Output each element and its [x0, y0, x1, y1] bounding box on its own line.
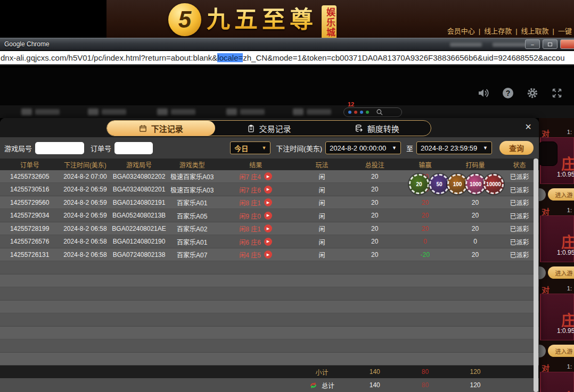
fullscreen-icon[interactable]: [551, 87, 563, 99]
total-turnover: 120: [450, 381, 500, 389]
play-video-icon[interactable]: ▶: [264, 172, 272, 180]
gear-icon[interactable]: [526, 87, 539, 99]
baccarat-panel[interactable]: 庄1:0.95: [540, 294, 574, 340]
cell-round-id: BGA03240802201: [111, 186, 167, 193]
total-total: 140: [350, 381, 400, 389]
cell-play-type: 闲: [294, 211, 350, 220]
cell-play-type: 闲: [294, 237, 350, 246]
game-header-area: ? 12 2050100100010000 ›: [0, 68, 574, 118]
game-round-input[interactable]: [35, 142, 84, 154]
bet-chip[interactable]: 20: [409, 174, 429, 194]
lobby-nav-bar: 12: [0, 105, 574, 118]
query-button[interactable]: 查询: [499, 141, 534, 155]
magnifier-icon[interactable]: [376, 109, 383, 116]
banker-odds: 1:0.95: [557, 249, 574, 256]
enter-game-button[interactable]: 进入游: [548, 188, 574, 201]
column-header: 下注时间(美东): [59, 160, 111, 169]
bet-records-modal: 下注记录 交易记录 额度转换 × 游戏局号 订单号 今日▼: [0, 118, 539, 392]
pair-bet-label: 对: [542, 362, 550, 372]
nav-item-blurred[interactable]: [293, 109, 331, 115]
cell-total-bet: 20: [350, 238, 400, 245]
chrome-window-bar[interactable]: Google Chrome –: [0, 38, 574, 51]
baccarat-panel[interactable]: 庄1:0.95: [540, 372, 574, 392]
bet-chip[interactable]: 50: [429, 174, 449, 194]
result-text: 闲8 庄1: [239, 224, 261, 233]
date-range-select[interactable]: 今日▼: [230, 141, 270, 154]
tab-quota-transfer[interactable]: 额度转换: [323, 121, 431, 136]
cell-play-type: 闲: [294, 172, 350, 181]
cell-result: 闲7 庄4▶: [217, 172, 294, 181]
panel-header: 对1:: [539, 361, 574, 372]
member-link[interactable]: 线上存款: [484, 27, 512, 35]
cell-result: 闲6 庄6▶: [217, 237, 294, 246]
cell-status: 已派彩: [500, 224, 539, 233]
close-window-button[interactable]: [560, 39, 574, 49]
clipboard-icon: [247, 124, 255, 132]
member-link[interactable]: 会员中心: [447, 27, 475, 35]
table-body: 142557326052024-8-2 07:00BGA03240802202极…: [0, 170, 539, 365]
cell-bet-time: 2024-8-2 06:59: [59, 186, 111, 193]
lobby-table-panel: 对1:庄1:0.95进入游: [539, 283, 574, 361]
nav-item-blurred[interactable]: [88, 109, 126, 115]
column-header: 玩法: [294, 160, 350, 169]
bet-chip[interactable]: 1000: [465, 174, 486, 194]
cell-total-bet: 20: [350, 251, 400, 258]
lobby-right-strip: 对1:庄1:0.95进入游对1:庄1:0.95进入游对1:庄1:0.95进入游对…: [539, 118, 574, 392]
dealer-avatar: [539, 345, 546, 357]
volume-icon[interactable]: [477, 87, 490, 99]
maximize-icon: [548, 43, 552, 46]
cell-play-type: 闲: [294, 250, 350, 259]
cell-total-bet: 20: [350, 173, 400, 180]
enter-game-button[interactable]: 进入游: [548, 266, 574, 279]
cell-round-id: BGA01240802190: [111, 238, 167, 245]
cell-play-type: 闲: [294, 198, 350, 207]
play-video-icon[interactable]: ▶: [264, 224, 272, 232]
column-header: 输赢: [400, 160, 450, 169]
nav-item-blurred[interactable]: [21, 109, 60, 115]
play-video-icon[interactable]: ▶: [264, 186, 272, 194]
minimize-button[interactable]: –: [525, 39, 540, 49]
screen: 5 九五至尊 娱乐城 会员中心|线上存款|线上取款|一键 Google Chro…: [0, 0, 574, 392]
notification-widget[interactable]: 12: [343, 101, 403, 117]
bet-chip[interactable]: 100: [447, 174, 468, 194]
nav-item-blurred[interactable]: [157, 109, 195, 115]
close-icon[interactable]: ×: [525, 121, 531, 132]
url-bar[interactable]: dnx-ali.gqjcxs.com/h5V01/pc/index.html?r…: [0, 51, 574, 66]
nav-item-blurred[interactable]: [226, 109, 265, 115]
refresh-icon[interactable]: [309, 381, 317, 389]
play-video-icon[interactable]: ▶: [264, 238, 272, 246]
time-from-select[interactable]: 2024-8-2 00:00:00▼: [325, 141, 401, 154]
subtotal-turnover: 120: [450, 368, 500, 376]
cell-game-type: 百家乐A05: [167, 211, 217, 220]
calendar-icon: [139, 124, 147, 132]
play-video-icon[interactable]: ▶: [264, 212, 272, 220]
banker-odds: 1:0.95: [557, 327, 574, 335]
cell-winloss: 20: [400, 212, 450, 219]
table-row: [0, 353, 539, 365]
banker-label: 庄: [561, 387, 574, 392]
baccarat-panel[interactable]: 庄1:0.95: [540, 215, 574, 262]
tab-bet-records[interactable]: 下注记录: [107, 121, 215, 136]
help-icon[interactable]: ?: [502, 87, 514, 99]
member-link[interactable]: 一键: [558, 27, 572, 35]
tab-transaction-records[interactable]: 交易记录: [215, 121, 323, 136]
enter-game-button[interactable]: 进入游: [548, 345, 574, 357]
baccarat-panel[interactable]: 庄1:0.95: [540, 137, 574, 184]
link-separator: |: [479, 27, 480, 35]
cell-status: 已派彩: [500, 172, 539, 181]
logo-title: 九五至尊: [207, 3, 317, 36]
cell-result: 闲8 庄1▶: [217, 224, 294, 233]
maximize-button[interactable]: [543, 39, 557, 49]
order-input[interactable]: [114, 142, 153, 154]
panel-header: 对1:: [539, 205, 574, 215]
pair-odds: 1:: [567, 128, 572, 137]
bet-chip[interactable]: 10000: [483, 174, 504, 194]
result-text: 闲8 庄1: [239, 198, 261, 207]
chevron-down-icon: ▼: [261, 145, 266, 151]
modal-scrollbar[interactable]: [534, 159, 538, 392]
status-dot: [366, 111, 369, 114]
time-to-select[interactable]: 2024-8-2 23:59:59▼: [416, 141, 492, 154]
play-video-icon[interactable]: ▶: [264, 251, 272, 258]
play-video-icon[interactable]: ▶: [264, 198, 272, 206]
member-link[interactable]: 线上取款: [521, 27, 549, 35]
